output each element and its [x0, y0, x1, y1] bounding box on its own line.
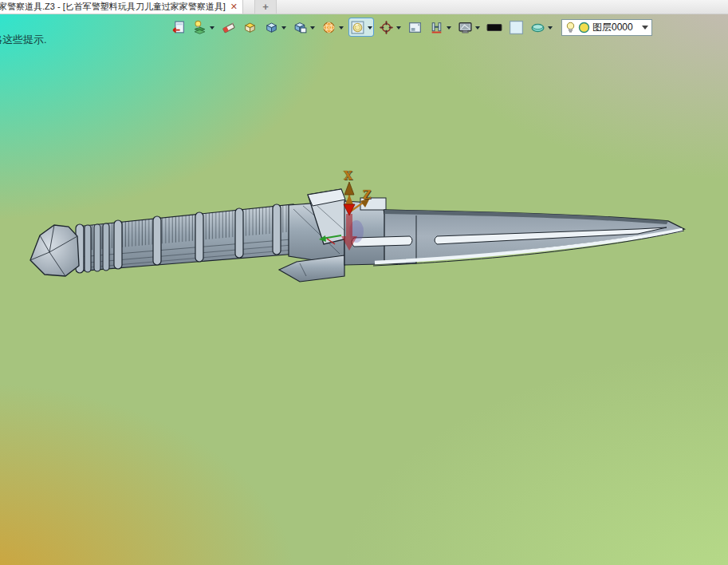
viewport-window-icon[interactable]: [407, 18, 423, 36]
shaded-edges-cube-icon[interactable]: [292, 18, 316, 36]
document-tab-title: 家警察道具.Z3 - [匕首军警塑料玩具刀儿童过家家警察道具]: [0, 1, 226, 13]
new-tab-button[interactable]: +: [254, 0, 277, 14]
render-mode-icon[interactable]: [349, 18, 373, 36]
dropdown-caret-icon[interactable]: [210, 26, 214, 30]
dropdown-caret-icon[interactable]: [475, 26, 480, 30]
dropdown-caret-icon[interactable]: [447, 26, 451, 30]
exit-environment-icon[interactable]: [170, 18, 187, 36]
display-monitor-icon[interactable]: [457, 18, 481, 36]
triad-z-label[interactable]: Z: [363, 188, 371, 201]
active-document-tab[interactable]: 家警察道具.Z3 - [匕首军警塑料玩具刀儿童过家家警察道具] ✕: [0, 0, 243, 14]
plastic-toy-dagger-3d-model[interactable]: [0, 0, 728, 565]
wireframe-sphere-icon[interactable]: [321, 18, 344, 36]
dropdown-caret-icon[interactable]: [339, 26, 344, 30]
layer-selector-value: 图层0000: [592, 21, 633, 34]
layer-visibility-icon[interactable]: [191, 18, 215, 36]
dagger-blade[interactable]: [344, 198, 684, 266]
line-color-swatch[interactable]: [486, 18, 503, 36]
close-tab-icon[interactable]: ✕: [230, 2, 238, 11]
chevron-down-icon[interactable]: [642, 26, 648, 30]
dagger-pommel[interactable]: [30, 223, 109, 276]
dropdown-caret-icon[interactable]: [396, 26, 401, 30]
dropdown-caret-icon[interactable]: [548, 26, 553, 30]
solid-box-icon[interactable]: [242, 18, 258, 36]
background-color-swatch[interactable]: [508, 18, 525, 36]
dropdown-caret-icon[interactable]: [281, 26, 286, 30]
dropdown-caret-icon[interactable]: [310, 26, 315, 30]
dagger-handle[interactable]: [30, 204, 297, 276]
surface-lens-icon[interactable]: [529, 18, 553, 36]
eraser-icon[interactable]: [220, 18, 237, 36]
section-view-icon[interactable]: [428, 18, 452, 36]
view-toolbar-row: 图层0000: [170, 18, 652, 36]
rotate-target-icon[interactable]: [378, 18, 402, 36]
lightbulb-icon: [565, 22, 576, 34]
shaded-cube-icon[interactable]: [263, 18, 287, 36]
layer-selector[interactable]: 图层0000: [561, 19, 652, 36]
layer-color-circle-icon: [578, 22, 590, 34]
triad-x-label[interactable]: X: [344, 169, 352, 182]
view-toolbar: [170, 18, 553, 36]
dropdown-caret-icon[interactable]: [368, 26, 372, 30]
document-tab-bar: 家警察道具.Z3 - [匕首军警塑料玩具刀儿童过家家警察道具] ✕ +: [0, 0, 728, 14]
